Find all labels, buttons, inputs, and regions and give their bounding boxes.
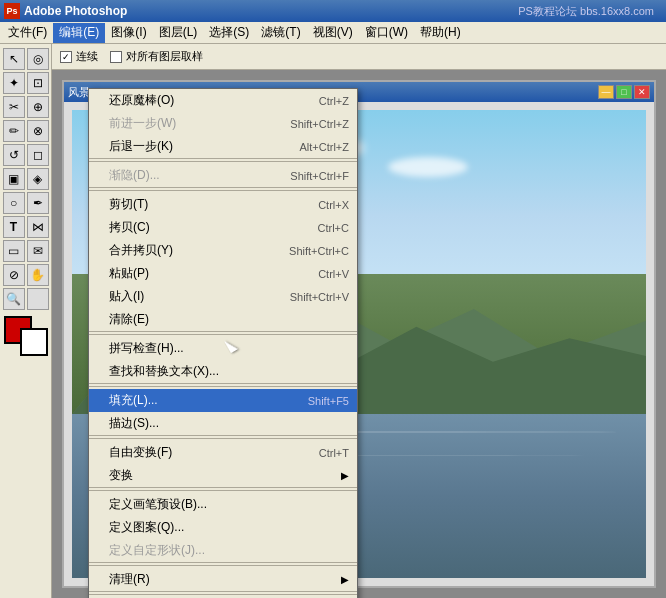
menu-select[interactable]: 选择(S) [203, 23, 255, 43]
menu-image[interactable]: 图像(I) [105, 23, 152, 43]
color-picker[interactable] [4, 316, 48, 356]
menu-fill-shortcut: Shift+F5 [308, 395, 349, 407]
background-color[interactable] [20, 328, 48, 356]
menu-step-back[interactable]: 后退一步(K) Alt+Ctrl+Z [89, 135, 357, 158]
history-tool[interactable]: ↺ [3, 144, 25, 166]
menu-free-transform-shortcut: Ctrl+T [319, 447, 349, 459]
menu-define-pattern-label: 定义图案(Q)... [109, 519, 349, 536]
tool-group-slice: ✂ ⊕ [3, 96, 49, 118]
heal-tool[interactable]: ⊕ [27, 96, 49, 118]
pen-tool[interactable]: ✒ [27, 192, 49, 214]
menu-copy[interactable]: 拷贝(C) Ctrl+C [89, 216, 357, 239]
menu-step-forward[interactable]: 前进一步(W) Shift+Ctrl+Z [89, 112, 357, 135]
menu-bar: 文件(F) 编辑(E) 图像(I) 图层(L) 选择(S) 滤镜(T) 视图(V… [0, 22, 666, 44]
crop-tool[interactable]: ⊡ [27, 72, 49, 94]
stamp-tool[interactable]: ⊗ [27, 120, 49, 142]
menu-free-transform[interactable]: 自由变换(F) Ctrl+T [89, 441, 357, 464]
doc-maximize-button[interactable]: □ [616, 85, 632, 99]
menu-section-fill: 填充(L)... Shift+F5 描边(S)... [89, 389, 357, 436]
all-layers-checkbox[interactable] [110, 51, 122, 63]
blur-tool[interactable]: ◈ [27, 168, 49, 190]
menu-paste[interactable]: 粘贴(P) Ctrl+V [89, 262, 357, 285]
eyedropper-tool[interactable]: ⊘ [3, 264, 25, 286]
app-title: Adobe Photoshop [24, 4, 518, 18]
doc-close-button[interactable]: ✕ [634, 85, 650, 99]
menu-merge-copy-shortcut: Shift+Ctrl+C [289, 245, 349, 257]
content-area: 连续 对所有图层取样 风景.jpg @ 33.3% (RGB/8) — □ ✕ [52, 44, 666, 598]
shape-tool[interactable]: ▭ [3, 240, 25, 262]
menu-layer[interactable]: 图层(L) [153, 23, 204, 43]
menu-section-undo: 还原魔棒(O) Ctrl+Z 前进一步(W) Shift+Ctrl+Z 后退一步… [89, 89, 357, 159]
hand-tool[interactable]: ✋ [27, 264, 49, 286]
menu-fade-label: 渐隐(D)... [109, 167, 270, 184]
checkbox-all-layers[interactable]: 对所有图层取样 [106, 47, 207, 66]
tool-group-select2: ✦ ⊡ [3, 72, 49, 94]
menu-cut[interactable]: 剪切(T) Ctrl+X [89, 193, 357, 216]
menu-define-shape[interactable]: 定义自定形状(J)... [89, 539, 357, 562]
menu-stroke-label: 描边(S)... [109, 415, 349, 432]
doc-minimize-button[interactable]: — [598, 85, 614, 99]
menu-step-back-label: 后退一步(K) [109, 138, 279, 155]
menu-help[interactable]: 帮助(H) [414, 23, 467, 43]
menu-fill-label: 填充(L)... [109, 392, 288, 409]
tool-group-selection: ↖ ◎ [3, 48, 49, 70]
tool-group-dodge: ○ ✒ [3, 192, 49, 214]
menu-transform[interactable]: 变换 ▶ [89, 464, 357, 487]
checkbox-continuous[interactable]: 连续 [56, 47, 102, 66]
menu-undo-label: 还原魔棒(O) [109, 92, 299, 109]
menu-purge[interactable]: 清理(R) ▶ [89, 568, 357, 591]
title-bar: Ps Adobe Photoshop PS教程论坛 bbs.16xx8.com [0, 0, 666, 22]
brush-tool[interactable]: ✏ [3, 120, 25, 142]
continuous-checkbox[interactable] [60, 51, 72, 63]
tool-group-zoom: 🔍 [3, 288, 49, 310]
menu-purge-label: 清理(R) [109, 571, 337, 588]
menu-filter[interactable]: 滤镜(T) [255, 23, 306, 43]
tool-group-eye: ⊘ ✋ [3, 264, 49, 286]
eraser-tool[interactable]: ◻ [27, 144, 49, 166]
menu-find-replace[interactable]: 查找和替换文本(X)... [89, 360, 357, 383]
menu-edit[interactable]: 编辑(E) [53, 23, 105, 43]
menu-view[interactable]: 视图(V) [307, 23, 359, 43]
menu-section-transform: 自由变换(F) Ctrl+T 变换 ▶ [89, 441, 357, 488]
menu-fill[interactable]: 填充(L)... Shift+F5 [89, 389, 357, 412]
tool-group-type: T ⋈ [3, 216, 49, 238]
edit-dropdown-menu[interactable]: 还原魔棒(O) Ctrl+Z 前进一步(W) Shift+Ctrl+Z 后退一步… [88, 88, 358, 598]
menu-undo[interactable]: 还原魔棒(O) Ctrl+Z [89, 89, 357, 112]
menu-merge-copy[interactable]: 合并拷贝(Y) Shift+Ctrl+C [89, 239, 357, 262]
lasso-tool[interactable]: ◎ [27, 48, 49, 70]
menu-undo-shortcut: Ctrl+Z [319, 95, 349, 107]
magic-wand-tool[interactable]: ✦ [3, 72, 25, 94]
watermark: PS教程论坛 bbs.16xx8.com [518, 4, 654, 19]
extra-tool[interactable] [27, 288, 49, 310]
zoom-tool[interactable]: 🔍 [3, 288, 25, 310]
menu-define-shape-label: 定义自定形状(J)... [109, 542, 349, 559]
transform-arrow: ▶ [341, 470, 349, 481]
menu-section-purge: 清理(R) ▶ [89, 568, 357, 592]
separator1 [89, 161, 357, 162]
slice-tool[interactable]: ✂ [3, 96, 25, 118]
notes-tool[interactable]: ✉ [27, 240, 49, 262]
menu-clear[interactable]: 清除(E) [89, 308, 357, 331]
menu-window[interactable]: 窗口(W) [359, 23, 414, 43]
app-icon: Ps [4, 3, 20, 19]
doc-window-controls: — □ ✕ [598, 85, 650, 99]
menu-paste-label: 粘贴(P) [109, 265, 298, 282]
menu-file[interactable]: 文件(F) [2, 23, 53, 43]
path-tool[interactable]: ⋈ [27, 216, 49, 238]
menu-define-brush[interactable]: 定义画笔预设(B)... [89, 493, 357, 516]
menu-fade[interactable]: 渐隐(D)... Shift+Ctrl+F [89, 164, 357, 187]
tool-group-fill: ▣ ◈ [3, 168, 49, 190]
menu-spellcheck-label: 拼写检查(H)... [109, 340, 349, 357]
main-layout: ↖ ◎ ✦ ⊡ ✂ ⊕ ✏ ⊗ ↺ ◻ ▣ ◈ ○ ✒ T ⋈ [0, 44, 666, 598]
menu-step-back-shortcut: Alt+Ctrl+Z [299, 141, 349, 153]
menu-define-pattern[interactable]: 定义图案(Q)... [89, 516, 357, 539]
fill-tool[interactable]: ▣ [3, 168, 25, 190]
type-tool[interactable]: T [3, 216, 25, 238]
menu-stroke[interactable]: 描边(S)... [89, 412, 357, 435]
menu-section-define: 定义画笔预设(B)... 定义图案(Q)... 定义自定形状(J)... [89, 493, 357, 563]
move-tool[interactable]: ↖ [3, 48, 25, 70]
dodge-tool[interactable]: ○ [3, 192, 25, 214]
separator2 [89, 190, 357, 191]
menu-paste-into[interactable]: 贴入(I) Shift+Ctrl+V [89, 285, 357, 308]
menu-spellcheck[interactable]: 拼写检查(H)... [89, 337, 357, 360]
